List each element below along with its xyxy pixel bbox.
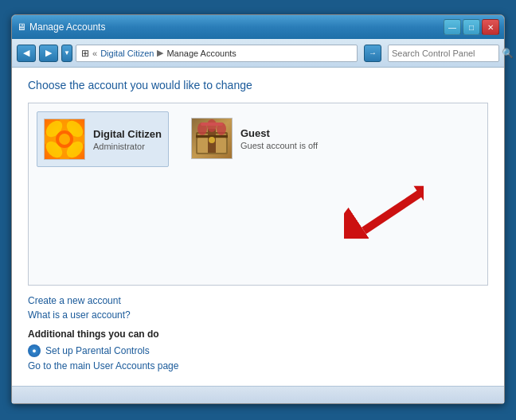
window-title: Manage Accounts [29, 21, 105, 33]
what-is-account-link[interactable]: What is a user account? [28, 309, 488, 321]
breadcrumb-manage-accounts: Manage Accounts [166, 49, 236, 58]
red-arrow-indicator [344, 183, 424, 239]
flower-icon [44, 119, 85, 160]
nav-dropdown-button[interactable]: ▼ [61, 45, 72, 62]
parental-controls-icon: ● [28, 344, 41, 357]
window-controls: — □ ✕ [444, 19, 499, 35]
minimize-button[interactable]: — [444, 19, 461, 35]
breadcrumb-user-accounts[interactable]: Digital Citizen [100, 49, 154, 58]
breadcrumb-bar: ⊞ « Digital Citizen ▶ Manage Accounts [76, 45, 358, 62]
navigation-bar: ◀ ▶ ▼ ⊞ « Digital Citizen ▶ Manage Accou… [12, 39, 504, 68]
close-button[interactable]: ✕ [482, 19, 499, 35]
main-window: 🖥 Manage Accounts — □ ✕ ◀ ▶ ▼ ⊞ « Digita… [11, 14, 505, 404]
forward-button[interactable]: ▶ [39, 45, 58, 62]
links-area: Create a new account What is a user acco… [28, 295, 488, 375]
parental-controls-row: ● Set up Parental Controls [28, 344, 488, 357]
create-account-link[interactable]: Create a new account [28, 295, 488, 306]
accounts-panel: Digital Citizen Administrator [28, 103, 488, 286]
page-title: Choose the account you would like to cha… [28, 79, 488, 91]
guest-name: Guest [240, 127, 318, 139]
account-guest[interactable]: Guest Guest account is off [185, 111, 324, 165]
guest-info: Guest Guest account is off [240, 127, 318, 150]
breadcrumb-icon: ⊞ [81, 48, 89, 59]
refresh-button[interactable]: → [364, 45, 381, 62]
content-area: Choose the account you would like to cha… [12, 68, 504, 386]
svg-point-16 [209, 137, 215, 143]
back-button[interactable]: ◀ [17, 45, 36, 62]
guest-icon [191, 118, 233, 159]
maximize-button[interactable]: □ [463, 19, 480, 35]
digital-citizen-role: Administrator [93, 142, 162, 151]
search-input[interactable] [392, 49, 502, 58]
additional-title: Additional things you can do [28, 329, 488, 340]
breadcrumb-separator: « [92, 49, 97, 58]
guest-status: Guest account is off [240, 141, 318, 150]
parental-controls-link[interactable]: Set up Parental Controls [45, 345, 150, 356]
window-icon: 🖥 [17, 21, 26, 33]
account-digital-citizen[interactable]: Digital Citizen Administrator [37, 111, 169, 167]
svg-rect-20 [201, 122, 223, 126]
breadcrumb-arrow: ▶ [157, 48, 163, 58]
title-bar: 🖥 Manage Accounts — □ ✕ [12, 15, 504, 39]
status-bar [12, 386, 504, 403]
svg-line-22 [364, 191, 424, 231]
additional-section: Additional things you can do ● Set up Pa… [28, 329, 488, 371]
digital-citizen-name: Digital Citizen [93, 128, 162, 140]
title-bar-left: 🖥 Manage Accounts [17, 21, 105, 33]
main-user-accounts-link[interactable]: Go to the main User Accounts page [28, 360, 488, 371]
digital-citizen-info: Digital Citizen Administrator [93, 128, 162, 151]
svg-point-9 [59, 134, 70, 145]
search-icon: 🔍 [502, 48, 514, 59]
guest-avatar [191, 118, 233, 159]
search-bar[interactable]: 🔍 [388, 45, 499, 62]
digital-citizen-avatar [44, 119, 85, 160]
